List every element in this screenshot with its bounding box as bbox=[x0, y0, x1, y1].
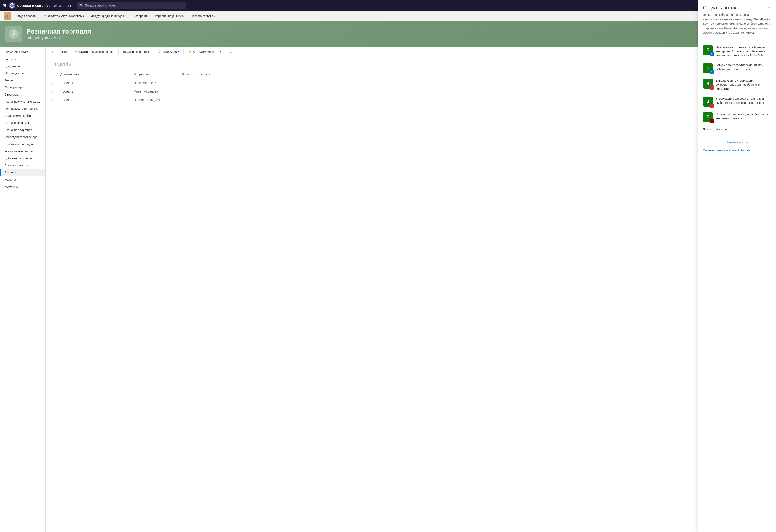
row-title-1: Проект 2 bbox=[60, 89, 134, 93]
panel-title: Создать поток bbox=[703, 5, 736, 11]
learn-more-link[interactable]: Узнайте больше о Power Automate bbox=[703, 149, 750, 152]
subnav-item-consumer[interactable]: Потребительска... bbox=[188, 13, 219, 18]
search-input[interactable] bbox=[85, 4, 184, 7]
sidebar-item-19[interactable]: Изменить bbox=[0, 183, 45, 190]
flow-badge-4: ⚡ bbox=[710, 119, 714, 123]
automate-button[interactable]: ⚡ Автоматизировать ▾ bbox=[185, 48, 223, 55]
sidebar-item-11[interactable]: Розничная торговля bbox=[0, 126, 45, 134]
toolbar-separator-3 bbox=[153, 49, 153, 54]
panel-footer-links: Показать потоки bbox=[698, 138, 776, 147]
sidebar-item-13[interactable]: Вспомогательная доку... bbox=[0, 141, 45, 148]
svg-point-6 bbox=[13, 33, 15, 35]
sidebar-item-9[interactable]: Содержимое сайта bbox=[0, 112, 45, 119]
list-view: Projects Должность ⌄ Владелец ⌄ bbox=[46, 57, 776, 532]
row-owner-1: Марья Аксенова bbox=[134, 89, 179, 93]
list-header: Должность ⌄ Владелец ⌄ + Добавить столбе… bbox=[51, 72, 771, 78]
flow-badge-2: O bbox=[710, 85, 714, 89]
sidebar-item-0[interactable]: Записная книжка bbox=[0, 48, 45, 55]
export-button[interactable]: ▦ Экспорт в Excel bbox=[121, 48, 151, 55]
col-header-owner: Владелец ⌄ bbox=[134, 72, 179, 76]
flow-text-3: Утверждение запроса в Teams для выбранно… bbox=[716, 97, 771, 105]
subnav-item-sales[interactable]: Отдел продаж bbox=[14, 13, 39, 18]
flow-panel: Создать поток ✕ Начните с выбора шаблона… bbox=[698, 0, 776, 532]
subnav-item-account-mgmt[interactable]: Руководство учетной записью bbox=[40, 13, 87, 18]
new-button[interactable]: + + Новые bbox=[49, 48, 69, 55]
toolbar-separator-4 bbox=[183, 49, 184, 54]
sidebar-item-7[interactable]: Розничные учетные зап... bbox=[0, 98, 45, 105]
sort-icon: ⌄ bbox=[78, 73, 79, 75]
more-button[interactable]: ... bbox=[227, 49, 234, 55]
flow-item-4[interactable]: S ⚡ Получение подписей для выбранного эл… bbox=[698, 109, 776, 125]
panel-learn-link: Узнайте больше о Power Automate bbox=[698, 147, 776, 156]
quick-edit-button[interactable]: ✏ Быстрое редактирование bbox=[73, 48, 117, 55]
panel-header: Создать поток ✕ bbox=[698, 0, 776, 13]
table-row-2[interactable]: ↳ Проект 3 Полина Кольцова bbox=[51, 96, 771, 104]
sidebar-item-12[interactable]: Исследовательские про... bbox=[0, 134, 45, 141]
waffle-icon[interactable]: ⊞ bbox=[3, 3, 6, 8]
flow-text-0: Отправка настроенного сообщения электрон… bbox=[716, 45, 771, 58]
sidebar-item-3[interactable]: Общий доступ bbox=[0, 70, 45, 77]
sidebar-item-5[interactable]: Планировщик bbox=[0, 84, 45, 91]
powerapps-dropdown-icon: ▾ bbox=[178, 50, 179, 53]
content-area: + + Новые ✏ Быстрое редактирование ▦ Экс… bbox=[46, 47, 776, 532]
toolbar: + + Новые ✏ Быстрое редактирование ▦ Экс… bbox=[46, 47, 776, 57]
sidebar-item-8[interactable]: Менеджеры учетных за... bbox=[0, 105, 45, 112]
sidebar-item-4[interactable]: Teams bbox=[0, 77, 45, 84]
show-flows-link[interactable]: Показать потоки bbox=[726, 141, 749, 144]
automate-icon: ⚡ bbox=[188, 50, 192, 53]
table-row-1[interactable]: ↳ Проект 2 Марья Аксенова bbox=[51, 87, 771, 96]
search-icon: 🔍 bbox=[79, 4, 83, 7]
sidebar-item-1[interactable]: Главная bbox=[0, 55, 45, 63]
row-title-2: Проект 3 bbox=[60, 98, 134, 102]
brand-logo bbox=[9, 2, 15, 9]
owner-sort-icon: ⌄ bbox=[149, 73, 151, 75]
site-title: Розничная торговля bbox=[26, 28, 91, 35]
svg-rect-4 bbox=[8, 14, 9, 18]
powerapps-button[interactable]: ⬡ PowerApps ▾ bbox=[155, 48, 181, 55]
top-navigation: ⊞ Contoso Electronics SharePoint 🔍 💬 🔔 ⚙… bbox=[0, 0, 776, 11]
flow-item-1[interactable]: S ✉ Запуск процесса утверждения при доба… bbox=[698, 60, 776, 76]
pencil-icon: ✏ bbox=[75, 50, 78, 53]
col-add-button[interactable]: + Добавить столбец ⌄ bbox=[179, 72, 771, 76]
chevron-down-icon: ⌄ bbox=[728, 128, 731, 131]
row-expander: ↳ bbox=[51, 98, 53, 101]
subnav-item-markets[interactable]: Управление рынками bbox=[152, 13, 187, 18]
sidebar-item-10[interactable]: Розничные активы bbox=[0, 119, 45, 126]
sidebar-item-6[interactable]: Страницы bbox=[0, 91, 45, 98]
add-col-dropdown-icon: ⌄ bbox=[208, 73, 210, 75]
sidebar-item-15[interactable]: Добавить кампании bbox=[0, 155, 45, 162]
flow-icon-4: S ⚡ bbox=[703, 112, 713, 122]
svg-rect-1 bbox=[5, 16, 6, 18]
search-box[interactable]: 🔍 bbox=[76, 2, 186, 9]
sidebar-item-2[interactable]: Документы bbox=[0, 63, 45, 70]
sidebar-item-17[interactable]: Projects bbox=[0, 169, 45, 176]
site-logo-small bbox=[4, 12, 11, 20]
svg-rect-3 bbox=[7, 15, 8, 18]
sidebar-item-14[interactable]: Контрольный список п... bbox=[0, 148, 45, 155]
sp-label: SharePoint bbox=[54, 4, 71, 8]
close-icon[interactable]: ✕ bbox=[767, 5, 771, 11]
flow-items: S ✉ Отправка настроенного сообщения элек… bbox=[698, 42, 776, 125]
flow-item-0[interactable]: S ✉ Отправка настроенного сообщения элек… bbox=[698, 42, 776, 60]
flow-icon-0: S ✉ bbox=[703, 45, 713, 55]
col-header-position: Должность ⌄ bbox=[60, 72, 134, 76]
svg-rect-2 bbox=[6, 16, 7, 18]
show-more-button[interactable]: Показать больше ⌄ bbox=[698, 125, 776, 134]
sidebar-item-18[interactable]: Корзина bbox=[0, 176, 45, 183]
flow-item-3[interactable]: S O Утверждение запроса в Teams для выбр… bbox=[698, 94, 776, 109]
sidebar-item-16[interactable]: Список клиентов bbox=[0, 162, 45, 169]
flow-text-1: Запуск процесса утверждения при добавлен… bbox=[716, 63, 771, 71]
row-expander: ↳ bbox=[51, 81, 53, 84]
sidebar: Записная книжкаГлавнаяДокументыОбщий дос… bbox=[0, 47, 46, 532]
main-layout: Записная книжкаГлавнаяДокументыОбщий дос… bbox=[0, 47, 776, 532]
flow-item-2[interactable]: S O Запрашивание утверждения руководител… bbox=[698, 76, 776, 94]
toolbar-separator-1 bbox=[71, 49, 71, 54]
flow-icon-2: S O bbox=[703, 79, 713, 89]
table-row-0[interactable]: ↳ Проект 1 Иван Воронков bbox=[51, 79, 771, 87]
automate-dropdown-icon: ▾ bbox=[220, 50, 221, 53]
new-icon: + bbox=[52, 50, 53, 53]
subnav-item-international[interactable]: Международные продажи ▾ bbox=[87, 13, 131, 18]
list-title: Projects bbox=[51, 60, 771, 67]
dropdown-icon: ▾ bbox=[127, 15, 128, 17]
subnav-item-operations[interactable]: Операции bbox=[132, 13, 151, 18]
